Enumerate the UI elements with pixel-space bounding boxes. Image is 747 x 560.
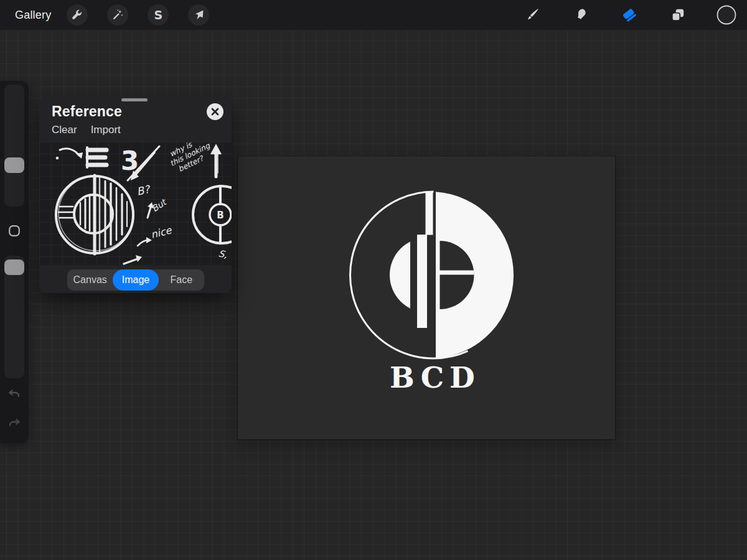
selection-s-icon: S bbox=[154, 8, 163, 22]
close-button[interactable] bbox=[207, 103, 223, 120]
adjustments-button[interactable] bbox=[107, 4, 128, 26]
top-toolbar: Gallery S bbox=[0, 0, 747, 30]
drawing-canvas[interactable]: BCD bbox=[238, 156, 615, 439]
tab-face[interactable]: Face bbox=[159, 269, 204, 291]
sketch-number: 3 bbox=[121, 146, 139, 176]
panel-drag-handle[interactable] bbox=[121, 98, 148, 101]
color-button[interactable] bbox=[714, 2, 739, 27]
undo-icon bbox=[7, 388, 22, 403]
bcd-logo: BCD bbox=[238, 156, 615, 439]
reference-panel: Reference Clear Import bbox=[39, 96, 232, 293]
sketch-s-mark: S, bbox=[217, 248, 228, 261]
transform-button[interactable] bbox=[188, 4, 209, 26]
actions-button[interactable] bbox=[67, 4, 88, 26]
brush-sidebar bbox=[0, 81, 29, 443]
reference-panel-title: Reference bbox=[52, 103, 122, 120]
tab-image[interactable]: Image bbox=[113, 269, 158, 291]
brush-size-slider[interactable] bbox=[4, 85, 24, 207]
layers-icon bbox=[670, 7, 686, 23]
reference-sketch: 3 B? But nice why is this looking better… bbox=[39, 142, 232, 265]
tab-canvas[interactable]: Canvas bbox=[67, 269, 113, 291]
procreate-app: { "toolbar": { "gallery_label": "Gallery… bbox=[0, 0, 747, 560]
smudge-tool-button[interactable] bbox=[568, 2, 593, 27]
paint-tools bbox=[520, 0, 747, 30]
smudge-icon bbox=[573, 7, 589, 23]
sketch-inner-b: B bbox=[217, 210, 223, 221]
transform-arrow-icon bbox=[192, 8, 205, 22]
reference-actions: Clear Import bbox=[52, 124, 121, 136]
gallery-button[interactable]: Gallery bbox=[15, 9, 51, 22]
sketch-nice: nice bbox=[149, 224, 173, 241]
brush-size-handle[interactable] bbox=[4, 157, 24, 173]
wrench-icon bbox=[70, 8, 84, 22]
redo-button[interactable] bbox=[0, 415, 29, 434]
brush-icon bbox=[524, 7, 540, 23]
eraser-icon bbox=[621, 6, 638, 24]
redo-icon bbox=[7, 417, 22, 432]
clear-button[interactable]: Clear bbox=[52, 124, 77, 136]
sketch-but: But bbox=[150, 196, 169, 213]
close-x-icon bbox=[211, 108, 219, 116]
layers-button[interactable] bbox=[665, 2, 690, 27]
opacity-handle[interactable] bbox=[4, 259, 24, 275]
modify-square-icon bbox=[7, 224, 21, 238]
undo-button[interactable] bbox=[0, 386, 29, 404]
modify-button[interactable] bbox=[0, 223, 29, 239]
sketch-b-question: B? bbox=[136, 183, 152, 198]
reference-tab-bar: Canvas Image Face bbox=[67, 269, 204, 291]
brush-tool-button[interactable] bbox=[520, 2, 545, 27]
reference-image[interactable]: 3 B? But nice why is this looking better… bbox=[39, 142, 232, 265]
eraser-tool-button[interactable] bbox=[617, 2, 642, 27]
color-swatch-icon bbox=[716, 4, 737, 26]
magic-wand-icon bbox=[111, 8, 125, 22]
selection-button[interactable]: S bbox=[148, 4, 169, 26]
import-button[interactable]: Import bbox=[91, 124, 121, 136]
logo-wordmark: BCD bbox=[390, 360, 481, 394]
